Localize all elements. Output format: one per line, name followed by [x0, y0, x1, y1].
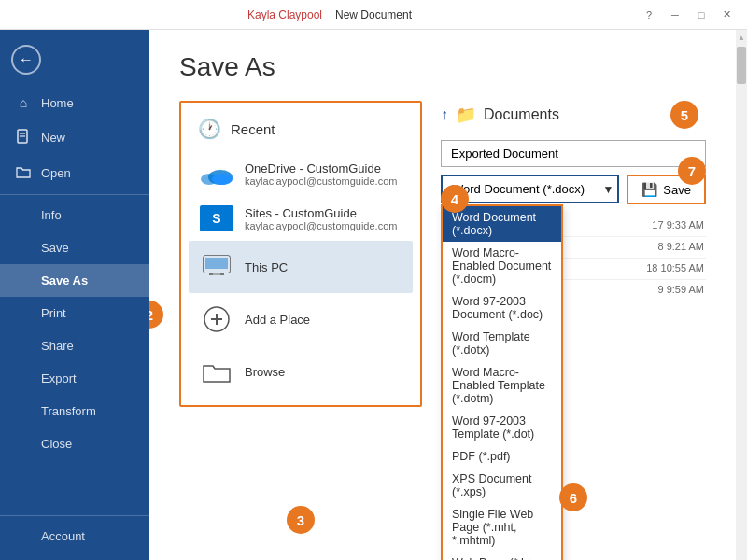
sidebar-item-transform-label: Transform: [41, 404, 96, 418]
addplace-icon: [200, 302, 233, 336]
onedrive-icon: [200, 161, 233, 187]
location-addplace[interactable]: Add a Place: [189, 293, 413, 345]
callout-4: 4: [441, 185, 469, 213]
save-btn-label: Save: [663, 183, 691, 197]
dropdown-list-item[interactable]: Word Macro-Enabled Template (*.dotm): [443, 361, 561, 410]
help-button[interactable]: ?: [637, 6, 661, 24]
location-thispc-text: This PC: [245, 260, 402, 274]
callout-5: 5: [670, 101, 698, 129]
sidebar-divider-1: [0, 194, 149, 195]
content-area: 🕐 Recent OneDrive - CustomGuide kaylacla…: [179, 101, 706, 521]
location-onedrive[interactable]: OneDrive - CustomGuide kaylaclaypool@cus…: [189, 151, 413, 196]
sidebar-item-export[interactable]: Export: [0, 362, 149, 395]
locations-panel: 🕐 Recent OneDrive - CustomGuide kaylacla…: [179, 101, 422, 407]
clock-icon: 🕐: [198, 118, 221, 140]
scrollbar[interactable]: ▲: [736, 30, 747, 560]
dropdown-list-item[interactable]: Word 97-2003 Template (*.dot): [443, 410, 561, 445]
location-onedrive-text: OneDrive - CustomGuide kaylaclaypool@cus…: [245, 161, 402, 187]
dropdown-list-item[interactable]: Web Page (*.htm, *.html): [443, 552, 561, 560]
sidebar-item-save-label: Save: [41, 241, 69, 255]
dropdown-list: Word Document (*.docx)Word Macro-Enabled…: [441, 204, 563, 560]
sidebar-item-save-as[interactable]: Save As: [0, 264, 149, 297]
location-browse-text: Browse: [245, 365, 402, 379]
onedrive-email: kaylaclaypool@customguide.com: [245, 175, 402, 187]
sharepoint-icon: S: [200, 205, 233, 231]
folder-icon: 📁: [456, 105, 476, 125]
sidebar-item-print-label: Print: [41, 306, 66, 320]
open-icon: [15, 165, 32, 181]
recent-file-3-modified: 18 10:55 AM: [646, 262, 704, 275]
sidebar-item-open[interactable]: Open: [0, 156, 149, 190]
sidebar-bottom: Account: [0, 511, 149, 560]
sidebar-item-save[interactable]: Save: [0, 231, 149, 264]
svg-point-5: [212, 174, 233, 185]
location-browse[interactable]: Browse: [189, 345, 413, 398]
location-sharepoint[interactable]: S Sites - CustomGuide kaylaclaypool@cust…: [189, 196, 413, 241]
minimize-button[interactable]: ─: [663, 6, 687, 24]
location-addplace-text: Add a Place: [245, 313, 402, 327]
maximize-button[interactable]: □: [689, 6, 713, 24]
sidebar-item-new[interactable]: New: [0, 119, 149, 156]
dropdown-list-item[interactable]: Word Macro-Enabled Document (*.docm): [443, 242, 561, 290]
sidebar-item-info[interactable]: Info: [0, 199, 149, 231]
recent-file-1-modified: 17 9:33 AM: [652, 219, 704, 232]
sidebar-item-account-label: Account: [41, 529, 85, 543]
app-container: ← ⌂ Home New Open Info Save: [0, 30, 747, 560]
sidebar-item-share-label: Share: [41, 339, 74, 353]
svg-rect-8: [205, 258, 228, 269]
location-sharepoint-text: Sites - CustomGuide kaylaclaypool@custom…: [245, 206, 402, 231]
recent-file-2-modified: 8 9:21 AM: [657, 241, 704, 254]
sidebar-item-close[interactable]: Close: [0, 427, 149, 460]
title-bar: New Document Kayla Claypool ? ─ □ ✕: [0, 0, 747, 30]
callout-7: 7: [678, 157, 706, 185]
sidebar-item-new-label: New: [41, 131, 65, 145]
format-row: Word Document (*.docx)Word Macro-Enabled…: [441, 175, 706, 204]
sidebar-item-home[interactable]: ⌂ Home: [0, 86, 149, 119]
sidebar-item-close-label: Close: [41, 437, 72, 451]
back-icon: ←: [19, 51, 34, 68]
title-bar-title: New Document: [335, 8, 412, 21]
dropdown-list-item[interactable]: XPS Document (*.xps): [443, 468, 561, 503]
sidebar-item-home-label: Home: [41, 96, 74, 110]
svg-rect-10: [213, 273, 220, 275]
home-icon: ⌂: [15, 95, 32, 110]
dropdown-list-item[interactable]: Word 97-2003 Document (*.doc): [443, 290, 561, 326]
sidebar: ← ⌂ Home New Open Info Save: [0, 30, 149, 560]
sidebar-item-print[interactable]: Print: [0, 297, 149, 329]
browse-icon: [200, 355, 233, 388]
recent-header: 🕐 Recent: [189, 110, 413, 147]
sidebar-item-save-as-label: Save As: [41, 273, 88, 287]
locations-wrapper: 🕐 Recent OneDrive - CustomGuide kaylacla…: [179, 101, 422, 521]
close-button[interactable]: ✕: [715, 6, 740, 24]
sidebar-item-info-label: Info: [41, 208, 62, 222]
sidebar-item-share[interactable]: Share: [0, 329, 149, 362]
sidebar-top: ←: [0, 37, 149, 86]
scrollbar-thumb[interactable]: [737, 47, 746, 84]
sidebar-item-open-label: Open: [41, 166, 71, 180]
sidebar-item-transform[interactable]: Transform: [0, 395, 149, 427]
dropdown-list-item[interactable]: Single File Web Page (*.mht, *.mhtml): [443, 503, 561, 552]
thispc-icon: [200, 250, 233, 284]
location-thispc[interactable]: This PC: [189, 241, 413, 293]
scroll-up-btn[interactable]: ▲: [737, 34, 746, 45]
folder-title: Documents: [484, 106, 559, 123]
page-title: Save As: [179, 52, 706, 82]
dropdown-list-item[interactable]: Word Template (*.dotx): [443, 326, 561, 361]
up-arrow-icon[interactable]: ↑: [441, 106, 448, 123]
sidebar-item-export-label: Export: [41, 371, 77, 385]
sharepoint-name: Sites - CustomGuide: [245, 206, 402, 220]
filename-input[interactable]: [441, 140, 706, 167]
recent-file-4-modified: 9 9:59 AM: [657, 284, 704, 297]
back-button[interactable]: ←: [11, 45, 41, 75]
sharepoint-email: kaylaclaypool@customguide.com: [245, 220, 402, 231]
title-bar-controls: ? ─ □ ✕: [637, 6, 740, 24]
recent-label: Recent: [231, 121, 275, 137]
addplace-name: Add a Place: [245, 313, 402, 327]
dropdown-list-item[interactable]: PDF (*.pdf): [443, 445, 561, 468]
sidebar-item-account[interactable]: Account: [0, 520, 149, 553]
thispc-name: This PC: [245, 260, 402, 274]
callout-3: 3: [287, 506, 315, 534]
save-btn-icon: 💾: [641, 182, 657, 197]
callout-2: 2: [149, 301, 163, 329]
onedrive-name: OneDrive - CustomGuide: [245, 161, 402, 175]
